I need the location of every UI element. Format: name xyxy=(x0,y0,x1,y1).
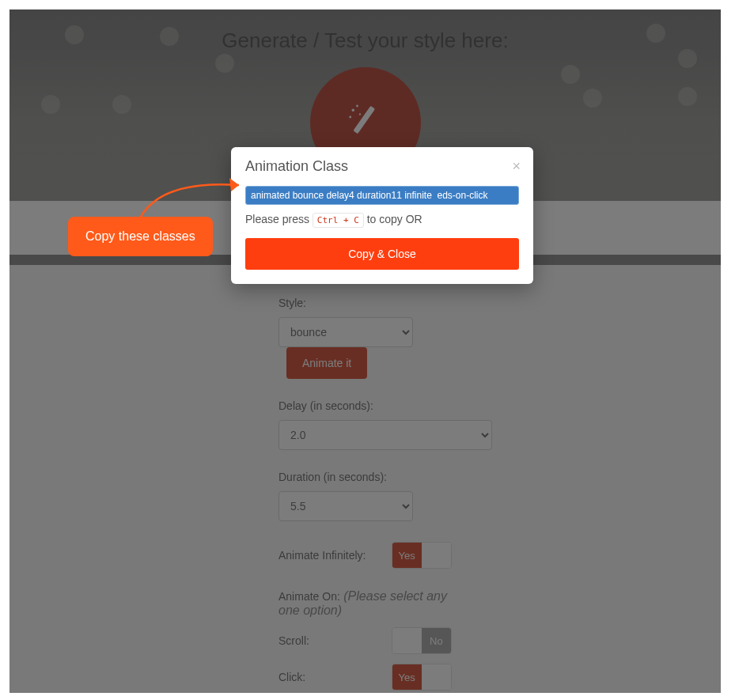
press-suffix: to copy OR xyxy=(364,213,422,225)
instruction-callout: Copy these classes xyxy=(68,217,213,256)
close-icon[interactable]: × xyxy=(512,158,521,175)
copy-close-button[interactable]: Copy & Close xyxy=(245,238,519,270)
modal-title: Animation Class xyxy=(245,158,519,175)
callout-text: Copy these classes xyxy=(85,229,195,243)
modal-backdrop[interactable] xyxy=(9,9,721,693)
animation-class-modal: Animation Class × Please press Ctrl + C … xyxy=(231,147,533,284)
kbd-shortcut: Ctrl + C xyxy=(313,213,364,228)
copy-hint: Please press Ctrl + C to copy OR xyxy=(245,213,519,225)
press-prefix: Please press xyxy=(245,213,313,225)
class-string-input[interactable] xyxy=(245,186,519,205)
svg-marker-5 xyxy=(229,178,239,191)
